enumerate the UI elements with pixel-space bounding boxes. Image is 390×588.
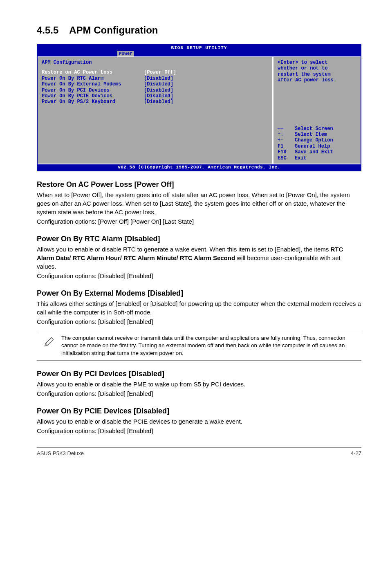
bios-main-area: APM Configuration Restore on AC Power Lo… — [38, 56, 361, 164]
bios-row: Power On By PCI Devices[Disabled] — [42, 88, 268, 93]
bios-tab-power: Power — [117, 51, 134, 56]
bios-nav-line: ←→Select Screen — [278, 126, 356, 132]
bios-value: [Disabled] — [144, 76, 173, 81]
body-paragraph: Configuration options: [Disabled] [Enabl… — [37, 426, 361, 435]
bios-nav-label: Save and Exit — [295, 149, 333, 155]
bios-nav-help: ←→Select Screen↑↓Select Item+-Change Opt… — [278, 108, 356, 161]
page-footer: ASUS P5K3 Deluxe 4-27 — [37, 447, 361, 456]
bios-title: BIOS SETUP UTILITY — [38, 45, 361, 51]
bios-key: Restore on AC Power Loss — [42, 70, 144, 75]
bios-nav-line: ↑↓Select Item — [278, 132, 356, 137]
bios-value: [Disabled] — [144, 81, 173, 87]
bios-nav-key: ↑↓ — [278, 132, 295, 137]
bios-nav-key: F10 — [278, 149, 295, 155]
body-paragraph: Configuration options: [Disabled] [Enabl… — [37, 317, 361, 326]
body-paragraph: Configuration options: [Disabled] [Enabl… — [37, 389, 361, 398]
bios-screenshot: BIOS SETUP UTILITY Power APM Configurati… — [37, 44, 361, 171]
body-paragraph: Allows you to enable or disable the PCIE… — [37, 417, 361, 426]
note-text: The computer cannot receive or transmit … — [61, 334, 361, 357]
footer-right: 4-27 — [351, 450, 361, 456]
body-paragraph: Allows you to enable or disable the PME … — [37, 380, 361, 388]
bios-nav-line: F10Save and Exit — [278, 149, 356, 155]
pencil-icon — [37, 334, 61, 349]
doc-sections: Restore On AC Power Loss [Power Off]When… — [37, 180, 361, 435]
bios-key: Power On By PS/2 Keyboard — [42, 99, 144, 105]
body-paragraph: Allows you to enable or disable RTC to g… — [37, 245, 361, 271]
bios-row: Power On By PCIE Devices[Disabled] — [42, 93, 268, 99]
bios-value: [Disabled] — [144, 88, 173, 93]
bios-row: Restore on AC Power Loss[Power Off] — [42, 70, 268, 75]
section-number: 4.5.5 — [37, 25, 58, 36]
section-number-title: 4.5.5 APM Configuration — [37, 25, 361, 36]
bios-nav-key: +- — [278, 137, 295, 143]
bios-value: [Disabled] — [144, 93, 173, 99]
bios-value: [Power Off] — [144, 70, 176, 75]
body-paragraph: Configuration options: [Power Off] [Powe… — [37, 217, 361, 226]
bios-nav-label: Exit — [295, 155, 307, 161]
subsection-heading: Power On By External Modems [Disabled] — [37, 289, 361, 298]
note-block: The computer cannot receive or transmit … — [37, 331, 361, 361]
body-paragraph: This allows either settings of [Enabled]… — [37, 299, 361, 316]
bios-tabs-bar: Power — [38, 51, 361, 56]
bios-value: [Disabled] — [144, 99, 173, 105]
bios-row: Power On By RTC Alarm[Disabled] — [42, 76, 268, 81]
bios-row: Power On By PS/2 Keyboard[Disabled] — [42, 99, 268, 105]
bios-key: Power On By External Modems — [42, 81, 144, 87]
bios-nav-line: F1General Help — [278, 144, 356, 149]
bios-nav-label: Select Screen — [295, 126, 333, 132]
bios-copyright: v02.58 (C)Copyright 1985-2007, American … — [38, 164, 361, 171]
subsection-heading: Power On By PCI Devices [Disabled] — [37, 370, 361, 378]
bios-right-panel: <Enter> to select whether or not to rest… — [273, 57, 361, 164]
bios-rows-container: Restore on AC Power Loss[Power Off]Power… — [42, 70, 268, 105]
bios-key: Power On By PCI Devices — [42, 88, 144, 93]
body-paragraph: When set to [Power Off], the system goes… — [37, 191, 361, 216]
bios-help-text: <Enter> to select whether or not to rest… — [278, 60, 356, 83]
subsection-heading: Power On By PCIE Devices [Disabled] — [37, 407, 361, 415]
subsection-heading: Restore On AC Power Loss [Power Off] — [37, 180, 361, 189]
subsection-heading: Power On By RTC Alarm [Disabled] — [37, 235, 361, 243]
bios-nav-label: General Help — [295, 144, 330, 149]
bios-section-title: APM Configuration — [42, 60, 268, 65]
bios-nav-line: +-Change Option — [278, 137, 356, 143]
bios-nav-label: Change Option — [295, 137, 333, 143]
body-paragraph: Configuration options: [Disabled] [Enabl… — [37, 272, 361, 280]
bios-nav-line: ESCExit — [278, 155, 356, 161]
bios-key: Power On By PCIE Devices — [42, 93, 144, 99]
bios-left-panel: APM Configuration Restore on AC Power Lo… — [38, 57, 273, 164]
bios-key: Power On By RTC Alarm — [42, 76, 144, 81]
bios-nav-label: Select Item — [295, 132, 327, 137]
svg-line-0 — [46, 343, 48, 346]
bios-nav-key: F1 — [278, 144, 295, 149]
footer-left: ASUS P5K3 Deluxe — [37, 450, 84, 456]
bios-row: Power On By External Modems[Disabled] — [42, 81, 268, 87]
bios-nav-key: ESC — [278, 155, 295, 161]
section-title: APM Configuration — [69, 25, 158, 36]
bios-nav-key: ←→ — [278, 126, 295, 132]
